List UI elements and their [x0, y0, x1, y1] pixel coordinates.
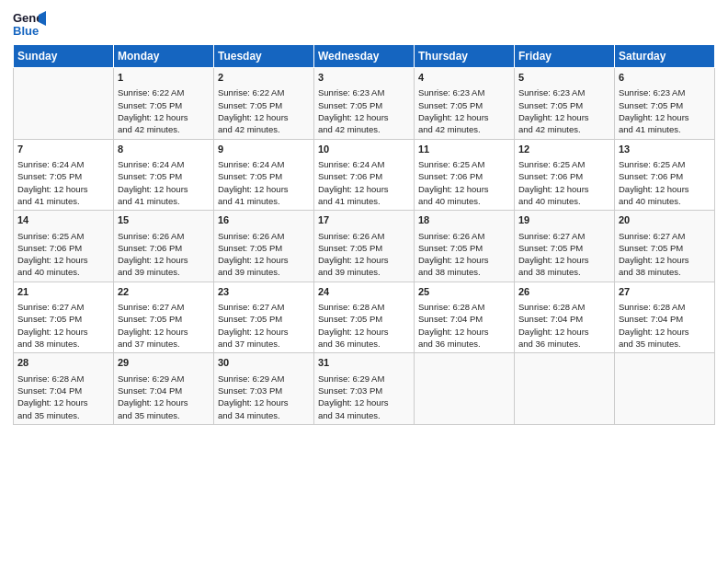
cell-text: and 40 minutes.: [418, 195, 510, 207]
cell-text: Sunrise: 6:24 AM: [118, 158, 210, 170]
cell-text: Sunset: 7:03 PM: [318, 385, 410, 396]
day-number: 25: [418, 285, 510, 299]
cell-text: Sunrise: 6:28 AM: [518, 301, 610, 313]
cell-text: Daylight: 12 hours: [218, 326, 310, 338]
cell-text: and 38 minutes.: [518, 266, 610, 278]
day-number: 10: [318, 143, 410, 156]
calendar-cell: 4Sunrise: 6:23 AMSunset: 7:05 PMDaylight…: [415, 68, 515, 140]
calendar-cell: 7Sunrise: 6:24 AMSunset: 7:05 PMDaylight…: [14, 139, 114, 211]
week-row-5: 28Sunrise: 6:28 AMSunset: 7:04 PMDayligh…: [14, 353, 715, 425]
cell-text: Sunset: 7:05 PM: [17, 170, 109, 182]
cell-text: and 37 minutes.: [218, 338, 310, 350]
cell-text: and 41 minutes.: [318, 195, 410, 207]
day-number: 4: [418, 71, 510, 85]
cell-text: Sunset: 7:05 PM: [318, 99, 410, 111]
cell-text: Sunset: 7:06 PM: [619, 170, 711, 182]
calendar-cell: 14Sunrise: 6:25 AMSunset: 7:06 PMDayligh…: [14, 211, 114, 282]
day-number: 29: [118, 356, 210, 370]
svg-text:Blue: Blue: [13, 24, 39, 38]
day-number: 23: [218, 285, 310, 299]
day-number: 11: [418, 143, 510, 156]
cell-text: Daylight: 12 hours: [218, 254, 310, 266]
cell-text: and 36 minutes.: [418, 338, 510, 350]
cell-text: Sunrise: 6:28 AM: [17, 373, 109, 385]
day-number: 24: [318, 285, 410, 299]
cell-text: Sunset: 7:06 PM: [17, 242, 109, 254]
cell-text: Sunset: 7:05 PM: [218, 242, 310, 254]
cell-text: and 42 minutes.: [318, 123, 410, 135]
logo: GeneralBlue: [13, 9, 46, 39]
header-monday: Monday: [114, 45, 214, 68]
cell-text: and 36 minutes.: [318, 338, 410, 350]
cell-text: Sunset: 7:05 PM: [518, 99, 610, 111]
cell-text: and 41 minutes.: [619, 123, 711, 135]
cell-text: Daylight: 12 hours: [318, 183, 410, 195]
header-tuesday: Tuesday: [214, 45, 314, 68]
calendar-cell: 18Sunrise: 6:26 AMSunset: 7:05 PMDayligh…: [415, 211, 515, 282]
cell-text: and 39 minutes.: [218, 266, 310, 278]
cell-text: Sunset: 7:05 PM: [619, 242, 711, 254]
cell-text: Daylight: 12 hours: [518, 183, 610, 195]
cell-text: Sunrise: 6:25 AM: [619, 158, 711, 170]
cell-text: Sunset: 7:06 PM: [118, 242, 210, 254]
cell-text: Sunrise: 6:22 AM: [118, 86, 210, 98]
cell-text: Daylight: 12 hours: [518, 111, 610, 123]
cell-text: Sunrise: 6:28 AM: [318, 301, 410, 313]
cell-text: Sunset: 7:05 PM: [118, 170, 210, 182]
day-number: 27: [619, 285, 711, 299]
cell-text: Daylight: 12 hours: [318, 396, 410, 408]
cell-text: Sunset: 7:05 PM: [318, 313, 410, 325]
cell-text: and 40 minutes.: [619, 195, 711, 207]
cell-text: Sunrise: 6:25 AM: [518, 158, 610, 170]
cell-text: Sunrise: 6:24 AM: [218, 158, 310, 170]
cell-text: Sunset: 7:05 PM: [418, 99, 510, 111]
cell-text: Sunset: 7:06 PM: [418, 170, 510, 182]
calendar-cell: 26Sunrise: 6:28 AMSunset: 7:04 PMDayligh…: [515, 282, 615, 353]
week-row-2: 7Sunrise: 6:24 AMSunset: 7:05 PMDaylight…: [14, 139, 715, 211]
day-number: 6: [619, 71, 711, 85]
cell-text: and 38 minutes.: [619, 266, 711, 278]
cell-text: Sunset: 7:05 PM: [218, 170, 310, 182]
cell-text: Sunrise: 6:23 AM: [518, 86, 610, 98]
day-number: 20: [619, 213, 711, 227]
cell-text: Daylight: 12 hours: [17, 326, 109, 338]
cell-text: and 35 minutes.: [118, 409, 210, 421]
cell-text: Sunrise: 6:28 AM: [619, 301, 711, 313]
cell-text: and 40 minutes.: [518, 195, 610, 207]
cell-text: and 34 minutes.: [318, 409, 410, 421]
cell-text: Sunrise: 6:22 AM: [218, 86, 310, 98]
cell-text: Sunrise: 6:26 AM: [118, 230, 210, 242]
cell-text: Daylight: 12 hours: [619, 254, 711, 266]
cell-text: Daylight: 12 hours: [17, 254, 109, 266]
calendar-cell: 16Sunrise: 6:26 AMSunset: 7:05 PMDayligh…: [214, 211, 314, 282]
logo-svg: GeneralBlue: [13, 9, 46, 39]
cell-text: Daylight: 12 hours: [418, 254, 510, 266]
cell-text: and 34 minutes.: [218, 409, 310, 421]
cell-text: Daylight: 12 hours: [518, 254, 610, 266]
cell-text: and 35 minutes.: [17, 409, 109, 421]
day-number: 15: [118, 213, 210, 227]
week-row-4: 21Sunrise: 6:27 AMSunset: 7:05 PMDayligh…: [14, 282, 715, 353]
calendar-cell: 5Sunrise: 6:23 AMSunset: 7:05 PMDaylight…: [515, 68, 615, 140]
header-friday: Friday: [515, 45, 615, 68]
cell-text: Daylight: 12 hours: [518, 326, 610, 338]
cell-text: Daylight: 12 hours: [118, 326, 210, 338]
calendar-page: GeneralBlue SundayMondayTuesdayWednesday…: [0, 0, 728, 563]
cell-text: and 42 minutes.: [218, 123, 310, 135]
calendar-cell: 21Sunrise: 6:27 AMSunset: 7:05 PMDayligh…: [14, 282, 114, 353]
cell-text: Sunset: 7:04 PM: [118, 385, 210, 396]
day-number: 14: [17, 213, 109, 227]
day-number: 16: [218, 213, 310, 227]
cell-text: Sunset: 7:04 PM: [418, 313, 510, 325]
cell-text: Sunrise: 6:26 AM: [318, 230, 410, 242]
calendar-cell: 31Sunrise: 6:29 AMSunset: 7:03 PMDayligh…: [314, 353, 415, 425]
calendar-cell: 1Sunrise: 6:22 AMSunset: 7:05 PMDaylight…: [114, 68, 214, 140]
header-sunday: Sunday: [14, 45, 114, 68]
cell-text: and 38 minutes.: [418, 266, 510, 278]
cell-text: Sunrise: 6:27 AM: [518, 230, 610, 242]
cell-text: and 38 minutes.: [17, 338, 109, 350]
cell-text: Daylight: 12 hours: [619, 111, 711, 123]
cell-text: and 36 minutes.: [518, 338, 610, 350]
cell-text: Daylight: 12 hours: [218, 111, 310, 123]
cell-text: Sunset: 7:05 PM: [118, 313, 210, 325]
